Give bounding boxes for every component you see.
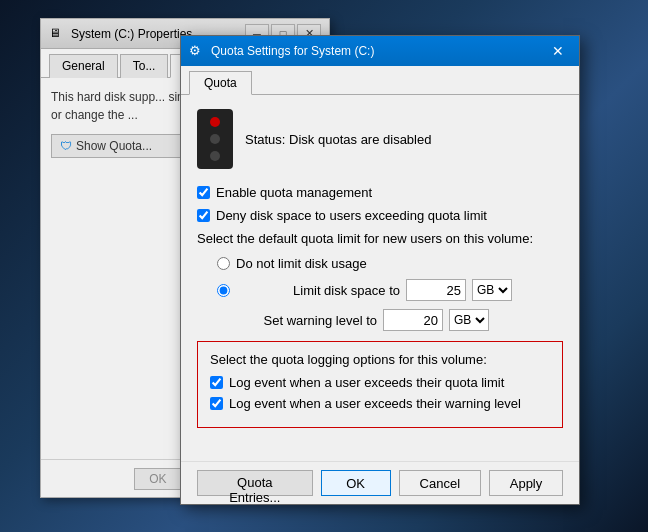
tab-to[interactable]: To...	[120, 54, 169, 78]
logging-section: Select the quota logging options for thi…	[197, 341, 563, 428]
shield-icon: 🛡	[60, 139, 72, 153]
limit-space-radio[interactable]	[217, 284, 230, 297]
traffic-light-icon	[197, 109, 233, 169]
log-exceeds-warning-row: Log event when a user exceeds their warn…	[210, 396, 550, 411]
system-ok-button[interactable]: OK	[134, 468, 181, 490]
logging-section-label: Select the quota logging options for thi…	[210, 352, 550, 367]
quota-dialog-icon: ⚙	[189, 43, 205, 59]
quota-dialog-title: Quota Settings for System (C:)	[211, 44, 545, 58]
system-props-icon: 🖥	[49, 26, 65, 42]
quota-title-bar: ⚙ Quota Settings for System (C:) ✕	[181, 36, 579, 66]
warning-unit-select[interactable]: GB MB KB TB	[449, 309, 489, 331]
traffic-light-yellow	[210, 134, 220, 144]
limit-value-input[interactable]	[406, 279, 466, 301]
warning-level-row: Set warning level to GB MB KB TB	[197, 309, 563, 331]
enable-quota-checkbox[interactable]	[197, 186, 210, 199]
log-exceeds-warning-checkbox[interactable]	[210, 397, 223, 410]
no-limit-radio[interactable]	[217, 257, 230, 270]
tab-general[interactable]: General	[49, 54, 118, 78]
warning-value-input[interactable]	[383, 309, 443, 331]
status-value: Disk quotas are disabled	[289, 132, 431, 147]
quota-tab-bar: Quota	[181, 66, 579, 95]
limit-space-row: Limit disk space to GB MB KB TB	[197, 279, 563, 301]
apply-button[interactable]: Apply	[489, 470, 563, 496]
quota-body: Status: Disk quotas are disabled Enable …	[181, 95, 579, 456]
log-exceeds-warning-label: Log event when a user exceeds their warn…	[229, 396, 521, 411]
log-exceeds-quota-label: Log event when a user exceeds their quot…	[229, 375, 504, 390]
enable-quota-row: Enable quota management	[197, 185, 563, 200]
quota-footer: Quota Entries... OK Cancel Apply	[181, 461, 579, 504]
log-exceeds-quota-checkbox[interactable]	[210, 376, 223, 389]
traffic-light-green	[210, 151, 220, 161]
no-limit-label: Do not limit disk usage	[236, 256, 367, 271]
quota-tab[interactable]: Quota	[189, 71, 252, 95]
warning-label: Set warning level to	[217, 313, 377, 328]
enable-quota-label: Enable quota management	[216, 185, 372, 200]
limit-space-label: Limit disk space to	[240, 283, 400, 298]
deny-space-label: Deny disk space to users exceeding quota…	[216, 208, 487, 223]
cancel-button[interactable]: Cancel	[399, 470, 481, 496]
limit-unit-select[interactable]: GB MB KB TB	[472, 279, 512, 301]
status-text-area: Status: Disk quotas are disabled	[245, 132, 431, 147]
deny-space-row: Deny disk space to users exceeding quota…	[197, 208, 563, 223]
status-row: Status: Disk quotas are disabled	[197, 109, 563, 169]
no-limit-row: Do not limit disk usage	[197, 256, 563, 271]
quota-settings-dialog: ⚙ Quota Settings for System (C:) ✕ Quota…	[180, 35, 580, 505]
show-quota-label: Show Quota...	[76, 139, 152, 153]
default-limit-label: Select the default quota limit for new u…	[197, 231, 563, 246]
log-exceeds-quota-row: Log event when a user exceeds their quot…	[210, 375, 550, 390]
deny-space-checkbox[interactable]	[197, 209, 210, 222]
traffic-light-red	[210, 117, 220, 127]
quota-close-button[interactable]: ✕	[545, 39, 571, 63]
quota-entries-button[interactable]: Quota Entries...	[197, 470, 313, 496]
ok-button[interactable]: OK	[321, 470, 391, 496]
status-label: Status:	[245, 132, 285, 147]
